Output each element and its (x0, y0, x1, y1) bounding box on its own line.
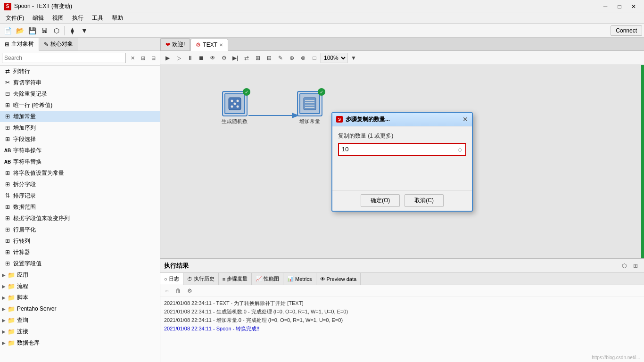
category-5[interactable]: ▶ 📁 连接 (0, 326, 160, 337)
canvas-tool2[interactable]: ⊞ (253, 53, 263, 63)
minimize-button[interactable]: ─ (599, 2, 612, 11)
new-file-button[interactable]: 📄 (2, 25, 13, 36)
maximize-button[interactable]: □ (613, 2, 626, 11)
canvas-run-button[interactable]: ▶ (162, 53, 173, 63)
canvas-run-btn2[interactable]: ▷ (173, 53, 184, 63)
category-1[interactable]: ▶ 📁 流程 (0, 280, 160, 292)
toolbar-btn5[interactable]: ⬡ (51, 25, 62, 36)
editor-tab-welcome[interactable]: ❤ 欢迎! (160, 38, 190, 50)
canvas-area[interactable]: ✓ 生成随机数 (160, 65, 644, 258)
bottom-expand-button[interactable]: ⬡ (619, 261, 629, 271)
dialog-input-browse-button[interactable]: ◇ (455, 145, 464, 154)
editor-tab-text[interactable]: ⚙ TEXT ✕ (190, 39, 228, 51)
log-clear-button[interactable]: 🗑 (173, 286, 183, 296)
tree-item-5[interactable]: ⊞ 增加序列 (0, 122, 160, 133)
canvas-pause-button[interactable]: ⏸ (185, 53, 195, 63)
toolbar-layers-button[interactable]: ⧫ (66, 25, 78, 36)
canvas-tool1[interactable]: ⇄ (241, 53, 252, 63)
tree-item-12[interactable]: ⊞ 数据范围 (0, 201, 160, 213)
tree-item-1[interactable]: ✂ 剪切字符串 (0, 77, 160, 88)
expand-arrow-1: ▶ (2, 284, 6, 289)
tree-item-6[interactable]: ⊞ 字段选择 (0, 133, 160, 145)
app-icon: S (4, 3, 11, 10)
close-button[interactable]: ✕ (627, 2, 640, 11)
category-6[interactable]: ▶ 📁 数据仓库 (0, 337, 160, 348)
bottom-tab-preview[interactable]: 👁 Preview data (316, 273, 361, 285)
log-settings-button[interactable]: ⚙ (185, 286, 194, 296)
tree-item-15[interactable]: ⊞ 行转列 (0, 235, 160, 247)
tree-item-16[interactable]: ⊞ 计算器 (0, 247, 160, 258)
log-line-3: 2021/01/08 22:34:11 - Spoon - 转换完成!! (164, 324, 640, 333)
zoom-select[interactable]: 100% 75% 50% 125% 150% (321, 53, 347, 63)
menu-help[interactable]: 帮助 (108, 13, 127, 23)
tree-item-7[interactable]: AB 字符串操作 (0, 145, 160, 156)
canvas-tool5[interactable]: ⊕ (287, 53, 297, 63)
dialog-ok-button[interactable]: 确定(O) (361, 194, 400, 207)
bottom-content: 2021/01/08 22:34:11 - TEXT - 为了转换解除补丁开始 … (160, 297, 644, 362)
tree-item-label-12: 数据范围 (13, 203, 156, 211)
tree-item-10[interactable]: ⊞ 拆分字段 (0, 179, 160, 190)
tree-item-icon-9: ⊞ (4, 169, 11, 177)
canvas-tool6[interactable]: ⊗ (298, 53, 308, 63)
tab-main-objects[interactable]: ⊞ 主对象树 (0, 38, 39, 51)
main-objects-icon: ⊞ (5, 41, 9, 48)
dialog-quantity-input[interactable] (340, 145, 455, 154)
bottom-tab-history[interactable]: ⏱ 执行历史 (183, 273, 219, 285)
tree-item-17[interactable]: ⊞ 设置字段值 (0, 258, 160, 269)
log-pause-button[interactable]: ○ (162, 286, 172, 296)
folder-icon-1: 📁 (8, 283, 15, 290)
search-collapse-button[interactable]: ⊟ (149, 53, 158, 63)
bottom-detach-button[interactable]: ⊞ (631, 261, 640, 271)
category-0[interactable]: ▶ 📁 应用 (0, 269, 160, 280)
menu-file[interactable]: 文件(F) (2, 13, 28, 23)
canvas-preview-button[interactable]: 👁 (207, 53, 218, 63)
left-panel: ⊞ 主对象树 ✎ 核心对象 ✕ ⊞ ⊟ ⇄ 列转行 ✂ (0, 38, 160, 362)
connect-button[interactable]: Connect (611, 25, 642, 36)
canvas-zoom-dropdown[interactable]: ▼ (348, 53, 359, 63)
bottom-tab-metrics[interactable]: 📊 Metrics (283, 273, 316, 285)
main-layout: ⊞ 主对象树 ✎ 核心对象 ✕ ⊞ ⊟ ⇄ 列转行 ✂ (0, 38, 644, 362)
tree-item-0[interactable]: ⇄ 列转行 (0, 66, 160, 77)
tree-item-icon-16: ⊞ (4, 248, 11, 256)
tree-item-14[interactable]: ⊞ 行扁平化 (0, 224, 160, 235)
dialog-cancel-button[interactable]: 取消(C) (405, 194, 444, 207)
save-file-button[interactable]: 💾 (26, 25, 38, 36)
search-input[interactable] (2, 53, 126, 63)
tree-item-label-4: 增加常量 (13, 113, 156, 121)
toolbar-arrow-button[interactable]: ▼ (79, 25, 90, 36)
menu-bar: 文件(F) 编辑 视图 执行 工具 帮助 (0, 13, 644, 24)
category-3[interactable]: ▶ 📁 Pentaho Server (0, 303, 160, 314)
category-2[interactable]: ▶ 📁 脚本 (0, 292, 160, 303)
menu-view[interactable]: 视图 (49, 13, 67, 23)
canvas-step-button[interactable]: ▶| (230, 53, 240, 63)
canvas-tool4[interactable]: ✎ (275, 53, 286, 63)
search-expand-button[interactable]: ⊞ (138, 53, 148, 63)
open-file-button[interactable]: 📂 (14, 25, 25, 36)
tree-item-9[interactable]: ⊞ 将字段值设置为常量 (0, 167, 160, 179)
search-clear-button[interactable]: ✕ (128, 53, 137, 63)
tree-item-13[interactable]: ⊞ 根据字段值来改变序列 (0, 213, 160, 224)
canvas-tool3[interactable]: ⊟ (264, 53, 274, 63)
tree-item-8[interactable]: AB 字符串替换 (0, 156, 160, 167)
save-as-button[interactable]: 🖫 (39, 25, 50, 36)
canvas-debug-button[interactable]: ⚙ (219, 53, 229, 63)
text-tab-close[interactable]: ✕ (219, 42, 223, 48)
tree-item-4[interactable]: ⊞ 增加常量 (0, 111, 160, 122)
tree-item-11[interactable]: ⇅ 排序记录 (0, 190, 160, 201)
tree-item-2[interactable]: ⊟ 去除重复记录 (0, 88, 160, 99)
canvas-tool7[interactable]: □ (309, 53, 320, 63)
tab-core-objects[interactable]: ✎ 核心对象 (39, 38, 78, 50)
dialog-title-bar: S 步骤复制的数量... ✕ (332, 113, 472, 126)
category-4[interactable]: ▶ 📁 查询 (0, 314, 160, 326)
expand-arrow-0: ▶ (2, 272, 6, 278)
dialog-close-button[interactable]: ✕ (462, 115, 468, 123)
tree-item-3[interactable]: ⊞ 唯一行 (哈希值) (0, 99, 160, 111)
bottom-tab-perf-chart[interactable]: 📈 性能图 (252, 273, 283, 285)
menu-execute[interactable]: 执行 (68, 13, 87, 23)
canvas-stop-button[interactable]: ⏹ (196, 53, 206, 63)
bottom-tab-log[interactable]: ○ 日志 (160, 273, 183, 285)
panel-tabs: ⊞ 主对象树 ✎ 核心对象 (0, 38, 160, 51)
menu-tools[interactable]: 工具 (88, 13, 107, 23)
bottom-tab-step-metrics[interactable]: ≡ 步骤度量 (219, 273, 252, 285)
menu-edit[interactable]: 编辑 (29, 13, 48, 23)
